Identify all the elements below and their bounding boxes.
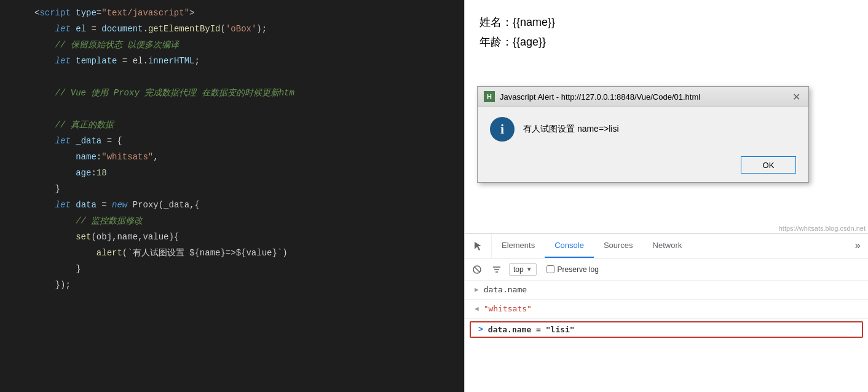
preserve-log-wrap: Preserve log	[546, 265, 599, 274]
devtools-more-button[interactable]: »	[847, 234, 868, 258]
preserve-log-label: Preserve log	[558, 265, 599, 274]
svg-line-1	[475, 267, 479, 272]
alert-body: i 有人试图设置 name=>lisi	[478, 107, 808, 151]
console-toolbar: top ▼ Preserve log	[465, 258, 868, 281]
alert-close-button[interactable]: ✕	[790, 90, 802, 103]
console-line-1: ▶ data.name	[465, 281, 868, 300]
code-line-4: let template = el.innerHTML;	[0, 53, 464, 69]
code-line-1: <script type="text/javascript">	[0, 5, 464, 21]
console-output: ▶ data.name ◀ "whitsats" > data.name = "…	[465, 281, 868, 392]
tab-network[interactable]: Network	[643, 234, 692, 258]
code-line-17: }	[0, 261, 464, 277]
right-panel: 姓名：{{name}} 年龄：{{age}} H Javascript Aler…	[464, 0, 868, 392]
console-input-text: data.name = "lisi"	[488, 325, 575, 334]
devtools-toolbar: Elements Console Sources Network »	[465, 234, 868, 258]
code-line-15: set(obj,name,value){	[0, 229, 464, 245]
code-line-8: // 真正的数据	[0, 117, 464, 133]
top-selector-arrow: ▼	[526, 266, 532, 273]
tab-console[interactable]: Console	[545, 234, 594, 258]
code-line-10: name:"whitsats",	[0, 149, 464, 165]
console-input-line[interactable]: > data.name = "lisi"	[470, 321, 863, 338]
browser-preview: 姓名：{{name}} 年龄：{{age}} H Javascript Aler…	[465, 0, 868, 234]
preview-name: 姓名：{{name}} 年龄：{{age}}	[479, 12, 853, 52]
alert-titlebar: H Javascript Alert - http://127.0.0.1:88…	[478, 87, 808, 107]
console-line-2: ◀ "whitsats"	[465, 300, 868, 319]
alert-title-text: Javascript Alert - http://127.0.0.1:8848…	[500, 92, 700, 102]
alert-message: 有人试图设置 name=>lisi	[523, 124, 619, 135]
code-content: <script type="text/javascript"> let el =…	[0, 0, 464, 298]
code-line-11: age:18	[0, 165, 464, 181]
console-return-arrow: ◀	[475, 302, 479, 316]
code-line-6: // Vue 使用 Proxy 完成数据代理 在数据变的时候更新htm	[0, 85, 464, 101]
console-text: data.name	[484, 283, 527, 297]
alert-title-left: H Javascript Alert - http://127.0.0.1:88…	[484, 91, 700, 102]
devtools-panel: Elements Console Sources Network »	[465, 234, 868, 392]
code-line-2: let el = document.getElementById('oBox')…	[0, 21, 464, 37]
code-line-7	[0, 101, 464, 117]
alert-dialog[interactable]: H Javascript Alert - http://127.0.0.1:88…	[477, 86, 809, 183]
alert-info-icon: i	[490, 117, 515, 142]
code-editor: <script type="text/javascript"> let el =…	[0, 0, 464, 392]
browser-icon: H	[484, 91, 495, 102]
code-line-13: let data = new Proxy(_data,{	[0, 197, 464, 213]
console-return-value: "whitsats"	[484, 302, 532, 316]
alert-ok-button[interactable]: OK	[741, 156, 796, 174]
code-line-5	[0, 69, 464, 85]
context-selector[interactable]: top ▼	[509, 263, 537, 276]
code-line-12: }	[0, 181, 464, 197]
code-line-18: });	[0, 277, 464, 293]
preserve-log-checkbox[interactable]	[546, 265, 554, 273]
filter-button[interactable]	[489, 262, 504, 277]
watermark: https://whitsats.blog.csdn.net	[779, 225, 866, 232]
code-line-9: let _data = {	[0, 133, 464, 149]
clear-console-button[interactable]	[470, 262, 484, 277]
tab-sources[interactable]: Sources	[594, 234, 643, 258]
code-line-3: // 保留原始状态 以便多次编译	[0, 37, 464, 53]
code-line-16: alert(`有人试图设置 ${name}=>${value}`)	[0, 245, 464, 261]
code-line-14: // 监控数据修改	[0, 213, 464, 229]
alert-footer: OK	[478, 151, 808, 182]
tab-elements[interactable]: Elements	[492, 234, 545, 258]
console-input-arrow: >	[478, 325, 483, 334]
devtools-cursor-icon[interactable]	[465, 234, 492, 258]
console-arrow: ▶	[475, 283, 479, 297]
